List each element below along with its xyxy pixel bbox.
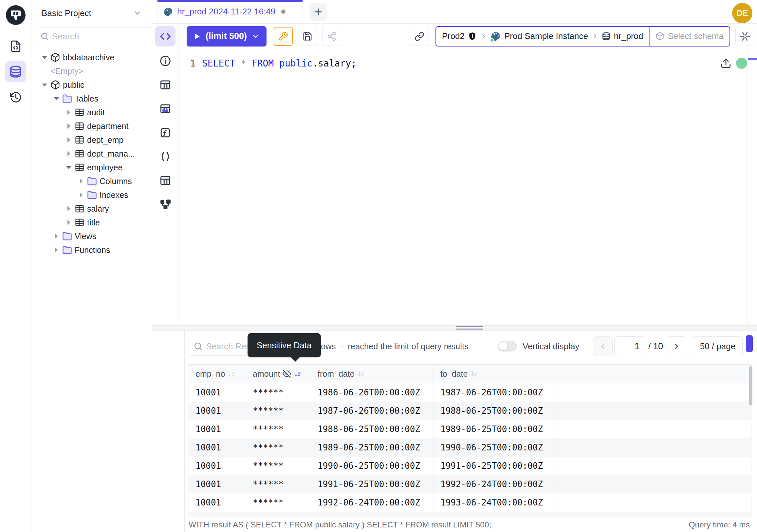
eye-off-icon[interactable] <box>283 369 291 378</box>
masked-data-icon[interactable] <box>159 102 172 115</box>
upload-sql-icon[interactable] <box>720 58 732 69</box>
tree-node-tables-folder[interactable]: Tables <box>31 92 152 106</box>
sort-icon-active[interactable] <box>294 370 302 378</box>
caret-right-icon[interactable] <box>65 151 73 156</box>
tree-node-table-department[interactable]: department <box>31 119 152 133</box>
tree-node-indexes-folder[interactable]: Indexes <box>31 188 152 202</box>
cell-amount-masked[interactable]: ****** <box>246 475 311 493</box>
sql-editor[interactable]: 1 SELECT * FROM public.salary; <box>178 49 757 325</box>
cell-to-date[interactable]: 1993-06-24T00:00:00Z <box>434 493 557 512</box>
tree-node-table-audit[interactable]: audit <box>31 106 152 119</box>
sort-icon[interactable] <box>227 370 235 378</box>
table-row[interactable]: 10001 ****** 1986-06-26T00:00:00Z 1987-0… <box>189 383 751 402</box>
caret-down-icon[interactable] <box>65 166 73 169</box>
sort-icon[interactable] <box>470 370 478 378</box>
cell-from-date[interactable]: 1993-06-24T00:00:00Z <box>311 512 434 517</box>
cell-emp-no[interactable]: 10001 <box>189 420 246 438</box>
tree-node-views-folder[interactable]: Views <box>31 229 152 243</box>
table-row[interactable]: 10001 ****** 1987-06-26T00:00:00Z 1988-0… <box>189 402 751 420</box>
ai-assistant-button[interactable] <box>735 27 754 46</box>
table-row[interactable]: 10001 ****** 1991-06-25T00:00:00Z 1992-0… <box>189 475 751 493</box>
cell-from-date[interactable]: 1988-06-25T00:00:00Z <box>311 420 434 438</box>
info-icon[interactable] <box>159 54 172 68</box>
cell-amount-masked[interactable]: ****** <box>246 420 311 438</box>
schema-diagram-icon[interactable] <box>159 198 172 211</box>
cell-to-date[interactable]: 1994-06-24T00:00:00Z <box>434 512 557 517</box>
save-button[interactable] <box>298 27 317 46</box>
column-header-emp-no[interactable]: emp_no <box>189 364 246 383</box>
table-scrollbar[interactable] <box>749 366 752 406</box>
caret-right-icon[interactable] <box>65 123 73 129</box>
project-selector[interactable]: Basic Project <box>36 4 147 22</box>
schema-selector[interactable]: Select schema <box>650 27 730 46</box>
tree-node-schema-public[interactable]: public <box>31 78 152 92</box>
table-row[interactable]: 10001 ****** 1993-06-24T00:00:00Z 1994-0… <box>189 512 751 517</box>
admin-wrench-button[interactable] <box>274 27 293 46</box>
cell-to-date[interactable]: 1991-06-25T00:00:00Z <box>434 457 557 475</box>
cell-emp-no[interactable]: 10001 <box>189 457 246 475</box>
cell-from-date[interactable]: 1990-06-25T00:00:00Z <box>311 457 434 475</box>
caret-down-icon[interactable] <box>52 97 60 100</box>
cell-from-date[interactable]: 1992-06-24T00:00:00Z <box>311 493 434 512</box>
caret-right-icon[interactable] <box>65 220 73 225</box>
table-row[interactable]: 10001 ****** 1990-06-25T00:00:00Z 1991-0… <box>189 457 751 475</box>
cell-to-date[interactable]: 1989-06-25T00:00:00Z <box>434 420 557 438</box>
panel-resize-divider[interactable] <box>152 325 757 330</box>
tree-node-table-salary[interactable]: salary <box>31 202 152 216</box>
caret-right-icon[interactable] <box>65 137 73 142</box>
vertical-display-toggle[interactable] <box>498 341 517 352</box>
tree-node-columns-folder[interactable]: Columns <box>31 174 152 188</box>
functions-panel-icon[interactable] <box>159 126 172 139</box>
sidebar-search-input[interactable] <box>52 31 162 42</box>
external-tables-panel-icon[interactable] <box>159 174 172 187</box>
cell-amount-masked[interactable]: ****** <box>246 457 311 475</box>
cell-emp-no[interactable]: 10001 <box>189 383 246 402</box>
tree-node-table-title[interactable]: title <box>31 216 152 229</box>
sql-editor-worksheet-icon[interactable] <box>5 36 26 57</box>
cell-to-date[interactable]: 1988-06-25T00:00:00Z <box>434 402 557 420</box>
avatar[interactable]: DE <box>732 3 752 23</box>
tree-node-schema-bbdataarchive[interactable]: bbdataarchive <box>31 50 152 64</box>
resize-handle-icon[interactable] <box>456 326 483 329</box>
tables-panel-icon[interactable] <box>159 78 172 91</box>
caret-down-icon[interactable] <box>41 83 48 86</box>
caret-right-icon[interactable] <box>52 234 60 239</box>
collapsed-side-panel-button[interactable] <box>746 335 753 352</box>
cell-to-date[interactable]: 1987-06-26T00:00:00Z <box>434 383 557 402</box>
cell-to-date[interactable]: 1992-06-24T00:00:00Z <box>434 475 557 493</box>
history-icon[interactable] <box>5 87 26 108</box>
tree-node-functions-folder[interactable]: Functions <box>31 243 152 257</box>
column-header-amount[interactable]: amount <box>246 364 311 383</box>
share-button[interactable] <box>322 27 341 46</box>
cell-amount-masked[interactable]: ****** <box>246 438 311 457</box>
tree-node-table-dept-manager[interactable]: dept_mana... <box>31 147 152 161</box>
cell-emp-no[interactable]: 10001 <box>189 475 246 493</box>
cell-from-date[interactable]: 1989-06-25T00:00:00Z <box>311 438 434 457</box>
run-query-button[interactable]: (limit 500) <box>187 26 266 47</box>
connection-link-button[interactable] <box>410 27 429 46</box>
page-number-input[interactable]: 1 <box>614 336 644 356</box>
cell-emp-no[interactable]: 10001 <box>189 402 246 420</box>
caret-right-icon[interactable] <box>77 192 85 198</box>
caret-right-icon[interactable] <box>65 110 73 115</box>
caret-right-icon[interactable] <box>52 247 60 253</box>
cell-emp-no[interactable]: 10001 <box>189 493 246 512</box>
prev-page-button[interactable] <box>593 336 613 356</box>
column-header-to-date[interactable]: to_date <box>434 364 557 383</box>
next-page-button[interactable] <box>667 336 686 356</box>
table-row[interactable]: 10001 ****** 1989-06-25T00:00:00Z 1990-0… <box>189 438 751 457</box>
cell-from-date[interactable]: 1991-06-25T00:00:00Z <box>311 475 434 493</box>
cell-amount-masked[interactable]: ****** <box>246 383 311 402</box>
cell-amount-masked[interactable]: ****** <box>246 512 311 517</box>
cell-from-date[interactable]: 1987-06-26T00:00:00Z <box>311 402 434 420</box>
connection-selector[interactable]: Prod2 Prod Sample Instance h <box>436 27 649 46</box>
new-tab-button[interactable] <box>309 3 327 21</box>
procedures-panel-icon[interactable] <box>159 150 172 163</box>
tree-node-table-employee[interactable]: employee <box>31 161 152 174</box>
caret-down-icon[interactable] <box>41 56 48 59</box>
column-header-from-date[interactable]: from_date <box>311 364 434 383</box>
table-row[interactable]: 10001 ****** 1988-06-25T00:00:00Z 1989-0… <box>189 420 751 438</box>
tree-node-table-dept-emp[interactable]: dept_emp <box>31 133 152 147</box>
cell-amount-masked[interactable]: ****** <box>246 493 311 512</box>
code-editor-tab-icon[interactable] <box>155 26 175 47</box>
